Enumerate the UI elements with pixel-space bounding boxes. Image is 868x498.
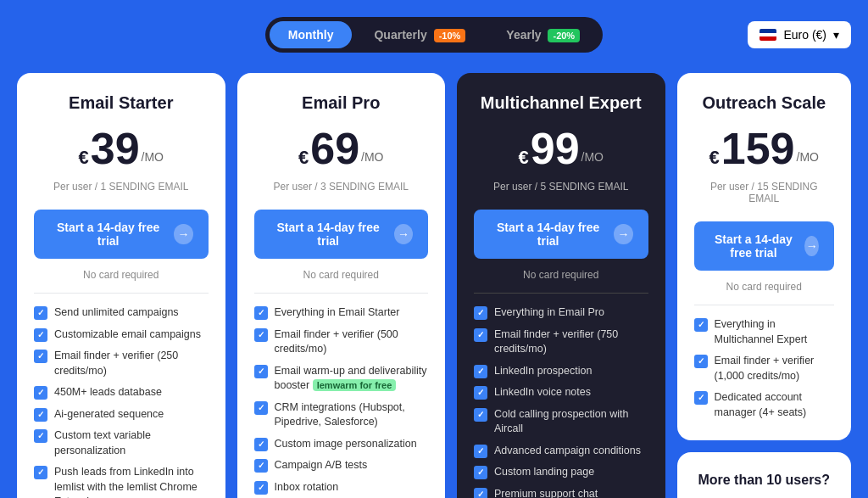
- list-item: Campaign A/B tests: [254, 458, 429, 473]
- list-item: Inbox rotation: [254, 480, 429, 495]
- email-starter-title: Email Starter: [34, 93, 209, 113]
- list-item: Custom image personalization: [254, 437, 429, 452]
- chevron-down-icon: ▾: [833, 28, 839, 42]
- list-item: Custom landing page: [474, 465, 648, 480]
- list-item: Email finder + verifier (750 credits/mo): [474, 327, 648, 357]
- yearly-tab[interactable]: Yearly -20%: [487, 21, 598, 48]
- outreach-scale-price-row: € 159 /MO: [694, 126, 835, 171]
- check-icon: [474, 466, 487, 479]
- multichannel-expert-price: 99: [531, 126, 580, 171]
- list-item: Cold calling prospection with Aircall: [474, 407, 648, 437]
- arrow-icon: →: [394, 224, 413, 244]
- list-item: Everything in Multichannel Expert: [694, 317, 835, 347]
- outreach-scale-currency: €: [709, 147, 720, 169]
- lemwarm-badge: lemwarm for free: [313, 379, 397, 391]
- list-item: LinkedIn prospection: [474, 364, 648, 379]
- outreach-scale-period: /MO: [797, 150, 819, 164]
- check-icon: [694, 318, 708, 332]
- check-icon: [254, 365, 268, 378]
- divider: [254, 293, 429, 294]
- divider: [694, 305, 835, 305]
- email-starter-period: /MO: [142, 150, 164, 164]
- multichannel-expert-features: Everything in Email Pro Email finder + v…: [474, 305, 648, 498]
- email-pro-trial-btn[interactable]: Start a 14-day free trial →: [254, 210, 429, 259]
- list-item: Everything in Email Starter: [254, 305, 429, 321]
- arrow-icon: →: [174, 224, 192, 244]
- email-starter-features: Send unlimited campaigns Customizable em…: [34, 305, 209, 498]
- check-icon: [254, 459, 268, 473]
- check-icon: [474, 488, 487, 499]
- outreach-scale-price: 159: [721, 126, 795, 171]
- check-icon: [254, 328, 268, 342]
- outreach-scale-trial-btn[interactable]: Start a 14-day free trial →: [694, 221, 835, 271]
- email-pro-card: Email Pro € 69 /MO Per user / 3 SENDING …: [237, 73, 446, 498]
- multichannel-expert-currency: €: [518, 147, 528, 169]
- list-item: Email warm-up and deliverability booster…: [254, 364, 429, 394]
- list-item: Custom text variable personalization: [34, 428, 209, 458]
- email-starter-price: 39: [91, 126, 140, 171]
- check-icon: [34, 429, 47, 443]
- outreach-scale-title: Outreach Scale: [694, 93, 835, 113]
- check-icon: [694, 355, 708, 368]
- check-icon: [474, 306, 487, 320]
- check-icon: [474, 328, 487, 342]
- email-pro-period: /MO: [361, 150, 383, 164]
- email-starter-trial-btn[interactable]: Start a 14-day free trial →: [34, 210, 209, 259]
- list-item: Ai-generated sequence: [34, 407, 209, 422]
- arrow-icon: →: [614, 224, 632, 244]
- check-icon: [34, 350, 47, 363]
- quarterly-tab[interactable]: Quarterly -10%: [355, 21, 484, 48]
- email-pro-price-row: € 69 /MO: [254, 126, 429, 171]
- divider: [34, 293, 209, 294]
- outreach-wrapper: Outreach Scale € 159 /MO Per user / 15 S…: [677, 73, 852, 498]
- yearly-badge: -20%: [548, 29, 580, 42]
- list-item: Email finder + verifier (250 credits/mo): [34, 349, 209, 378]
- multichannel-expert-card: Multichannel Expert € 99 /MO Per user / …: [457, 73, 665, 498]
- email-starter-no-card: No card required: [34, 269, 209, 281]
- quarterly-badge: -10%: [434, 29, 466, 42]
- outreach-scale-per-user: Per user / 15 SENDING EMAIL: [694, 181, 835, 204]
- top-bar: Monthly Quarterly -10% Yearly -20% Euro …: [17, 17, 851, 53]
- list-item: Email finder + verifier (1,000 credits/m…: [694, 354, 835, 383]
- email-starter-per-user: Per user / 1 SENDING EMAIL: [34, 181, 209, 193]
- multichannel-expert-period: /MO: [581, 150, 604, 164]
- multichannel-expert-price-row: € 99 /MO: [474, 126, 648, 171]
- outreach-scale-features: Everything in Multichannel Expert Email …: [694, 317, 835, 420]
- check-icon: [694, 391, 708, 405]
- outreach-scale-card: Outreach Scale € 159 /MO Per user / 15 S…: [677, 73, 852, 440]
- monthly-tab[interactable]: Monthly: [270, 21, 353, 48]
- list-item: Everything in Email Pro: [474, 305, 648, 321]
- email-pro-title: Email Pro: [254, 93, 429, 113]
- list-item: Dedicated account manager (4+ seats): [694, 390, 835, 420]
- list-item: Advanced campaign conditions: [474, 444, 648, 459]
- check-icon: [34, 408, 47, 422]
- email-pro-no-card: No card required: [254, 269, 429, 281]
- check-icon: [254, 438, 268, 451]
- check-icon: [34, 466, 47, 479]
- list-item: Email finder + verifier (500 credits/mo): [254, 327, 429, 357]
- currency-label: Euro (€): [783, 28, 826, 42]
- check-icon: [254, 306, 268, 320]
- list-item: Customizable email campaigns: [34, 327, 209, 343]
- check-icon: [474, 445, 487, 458]
- check-icon: [474, 386, 487, 400]
- check-icon: [34, 328, 47, 342]
- check-icon: [254, 401, 268, 415]
- check-icon: [474, 365, 487, 378]
- eu-flag-icon: [760, 29, 776, 41]
- list-item: 450M+ leads database: [34, 385, 209, 400]
- currency-selector[interactable]: Euro (€) ▾: [748, 21, 851, 48]
- multichannel-expert-trial-btn[interactable]: Start a 14-day free trial →: [474, 210, 648, 259]
- contact-sales-title: More than 10 users?: [694, 473, 835, 488]
- email-pro-price: 69: [310, 126, 359, 171]
- check-icon: [34, 306, 47, 320]
- list-item: Premium support chat: [474, 487, 648, 499]
- multichannel-expert-per-user: Per user / 5 SENDING EMAIL: [474, 181, 648, 193]
- plans-container: Email Starter € 39 /MO Per user / 1 SEND…: [17, 73, 851, 498]
- email-pro-per-user: Per user / 3 SENDING EMAIL: [254, 181, 429, 193]
- outreach-scale-no-card: No card required: [694, 281, 835, 293]
- check-icon: [34, 386, 47, 400]
- email-pro-features: Everything in Email Starter Email finder…: [254, 305, 429, 498]
- check-icon: [254, 481, 268, 495]
- email-starter-card: Email Starter € 39 /MO Per user / 1 SEND…: [17, 73, 225, 498]
